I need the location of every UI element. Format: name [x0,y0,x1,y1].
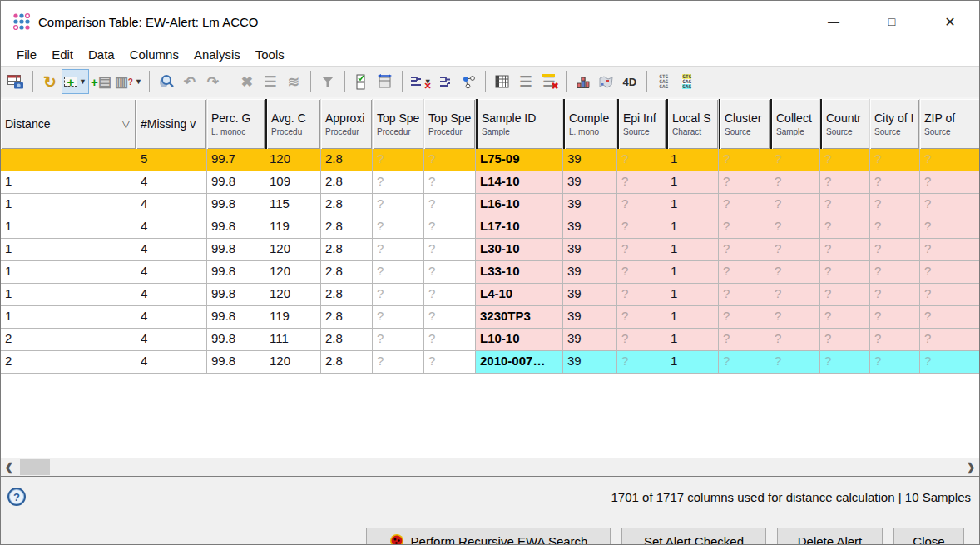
cell-r3-c10[interactable]: 1 [666,216,719,239]
cell-r1-c11[interactable]: ? [719,171,770,194]
cell-r4-c13[interactable]: ? [820,239,870,261]
cell-r0-c13[interactable]: ? [820,149,870,171]
cell-r8-c5[interactable]: ? [373,329,424,351]
cell-r6-c2[interactable]: 99.8 [207,284,265,306]
cell-r7-c2[interactable]: 99.8 [207,306,265,329]
show-dendrogram-button[interactable] [433,69,457,94]
cell-r3-c0[interactable]: 1 [1,216,136,239]
cell-r2-c5[interactable]: ? [373,194,424,216]
cell-r4-c10[interactable]: 1 [666,239,719,261]
cell-r6-c8[interactable]: 39 [563,284,617,306]
cell-r6-c5[interactable]: ? [373,284,424,306]
set-alert-checked-button[interactable]: Set Alert Checked [621,528,766,545]
cell-r1-c13[interactable]: ? [820,171,870,194]
cell-r5-c5[interactable]: ? [373,261,424,284]
column-header-15[interactable]: ZIP ofSource [920,99,979,149]
cell-r9-c0[interactable]: 2 [1,351,136,374]
cell-r3-c5[interactable]: ? [373,216,424,239]
cell-r3-c7[interactable]: L17-10 [476,216,563,239]
cell-r7-c3[interactable]: 119 [265,306,321,329]
cell-r1-c14[interactable]: ? [870,171,920,194]
cell-r9-c15[interactable]: ? [920,351,979,374]
cell-r0-c11[interactable]: ? [719,149,770,171]
cell-r1-c1[interactable]: 4 [136,171,207,194]
cell-r2-c9[interactable]: ? [617,194,666,216]
column-header-7[interactable]: Sample IDSample [476,99,563,149]
cell-r2-c0[interactable]: 1 [1,194,136,216]
cell-r4-c15[interactable]: ? [920,239,979,261]
menu-item-analysis[interactable]: Analysis [186,45,248,64]
cell-r4-c9[interactable]: ? [617,239,666,261]
cell-r4-c2[interactable]: 99.8 [207,239,265,261]
cell-r2-c2[interactable]: 99.8 [207,194,265,216]
cell-r8-c4[interactable]: 2.8 [321,329,373,351]
cell-r3-c1[interactable]: 4 [136,216,207,239]
menu-item-edit[interactable]: Edit [44,45,81,64]
cell-r9-c4[interactable]: 2.8 [321,351,373,374]
cell-r9-c14[interactable]: ? [870,351,920,374]
column-header-6[interactable]: Top SpeProcedur [424,99,476,149]
cell-r7-c14[interactable]: ? [870,306,920,329]
horizontal-scrollbar[interactable]: ❮ ❯ [1,458,979,476]
cell-r3-c11[interactable]: ? [719,216,770,239]
cell-r6-c7[interactable]: L4-10 [476,284,563,306]
table-row-3[interactable]: 1499.81192.8??L17-1039?1????? [1,216,979,239]
cell-r2-c10[interactable]: 1 [666,194,719,216]
cell-r4-c1[interactable]: 4 [136,239,207,261]
cell-r4-c6[interactable]: ? [424,239,476,261]
delete-button[interactable]: ✖ [235,69,259,94]
cell-r9-c13[interactable]: ? [820,351,870,374]
cell-r2-c6[interactable]: ? [424,194,476,216]
cell-r5-c14[interactable]: ? [870,261,920,284]
cell-r7-c8[interactable]: 39 [563,306,617,329]
sequence-color-view-button[interactable]: GTG GAG GAG [676,69,699,94]
cell-r5-c8[interactable]: 39 [563,261,617,284]
cell-r7-c0[interactable]: 1 [1,306,136,329]
cell-r9-c12[interactable]: ? [770,351,820,374]
map-view-button[interactable] [595,69,618,94]
cell-r6-c10[interactable]: 1 [666,284,719,306]
menu-item-columns[interactable]: Columns [122,45,186,64]
cell-r8-c13[interactable]: ? [820,329,870,351]
cell-r8-c8[interactable]: 39 [563,329,617,351]
column-header-8[interactable]: CompleL. mono [563,99,617,149]
cell-r9-c1[interactable]: 4 [136,351,207,374]
filter-button[interactable] [316,69,339,94]
cell-r7-c6[interactable]: ? [424,306,476,329]
cell-r6-c1[interactable]: 4 [136,284,207,306]
cell-r1-c15[interactable]: ? [920,171,979,194]
cell-r7-c12[interactable]: ? [770,306,820,329]
cell-r3-c8[interactable]: 39 [563,216,617,239]
cell-r0-c14[interactable]: ? [870,149,920,171]
clear-sorting-button[interactable]: ☰ ✖ [537,69,561,94]
cell-r5-c10[interactable]: 1 [666,261,719,284]
cell-r6-c13[interactable]: ? [820,284,870,306]
cell-r0-c7[interactable]: L75-09 [476,149,563,171]
cell-r6-c15[interactable]: ? [920,284,979,306]
column-header-4[interactable]: ApproxiProcedur [321,99,373,149]
table-row-9[interactable]: 2499.81202.8??2010-007…39?1????? [1,351,979,374]
table-row-8[interactable]: 2499.81112.8??L10-1039?1????? [1,329,979,351]
cell-r2-c14[interactable]: ? [870,194,920,216]
scroll-right-button[interactable]: ❯ [963,458,979,476]
cell-r4-c11[interactable]: ? [719,239,770,261]
table-row-4[interactable]: 1499.81202.8??L30-1039?1????? [1,239,979,261]
cell-r2-c15[interactable]: ? [920,194,979,216]
cell-r8-c1[interactable]: 4 [136,329,207,351]
table-row-6[interactable]: 1499.81202.8??L4-1039?1????? [1,284,979,306]
cell-r9-c8[interactable]: 39 [563,351,617,374]
close-button[interactable]: Close [893,528,964,545]
delete-alert-button[interactable]: Delete Alert [777,528,883,545]
cell-r7-c10[interactable]: 1 [666,306,719,329]
undo-button[interactable]: ↶ [178,69,201,94]
cell-r7-c9[interactable]: ? [617,306,666,329]
column-header-9[interactable]: Epi InfSource [617,99,666,149]
cell-r8-c7[interactable]: L10-10 [476,329,563,351]
cell-r3-c12[interactable]: ? [770,216,820,239]
cell-r1-c0[interactable]: 1 [1,171,136,194]
column-header-10[interactable]: Local SCharact [666,99,719,149]
cell-r8-c12[interactable]: ? [770,329,820,351]
table-row-0[interactable]: 599.71202.8??L75-0939?1????? [1,149,979,171]
cell-r9-c7[interactable]: 2010-007… [476,351,563,374]
cell-r0-c4[interactable]: 2.8 [321,149,373,171]
